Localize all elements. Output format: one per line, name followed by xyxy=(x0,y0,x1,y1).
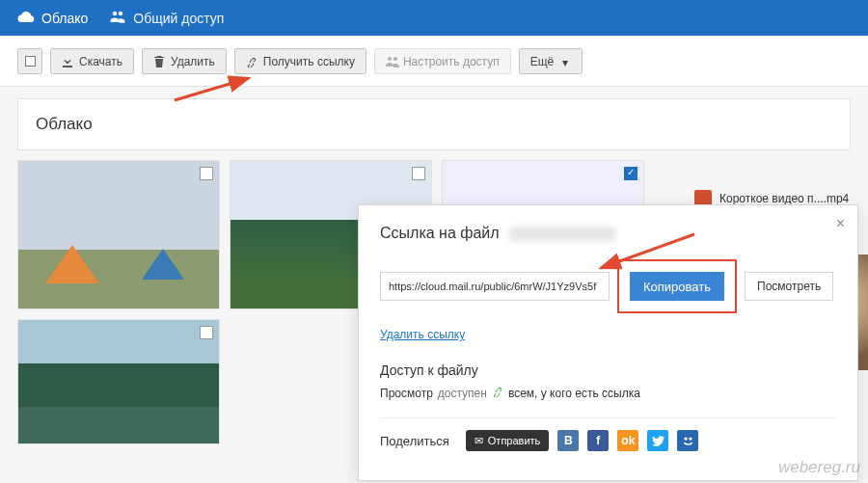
header-bar: Облако Общий доступ xyxy=(0,0,868,36)
view-button[interactable]: Посмотреть xyxy=(745,272,833,301)
delete-button[interactable]: Удалить xyxy=(142,48,227,74)
download-label: Скачать xyxy=(79,55,122,68)
popup-title-text: Ссылка на файл xyxy=(380,225,500,241)
access-title: Доступ к файлу xyxy=(380,362,836,378)
chevron-down-icon: ▾ xyxy=(559,56,571,67)
share-facebook-button[interactable]: f xyxy=(587,430,609,451)
link-icon xyxy=(246,56,258,67)
delete-label: Удалить xyxy=(171,55,215,68)
configure-access-label: Настроить доступ xyxy=(403,55,500,68)
checkbox-icon xyxy=(25,56,36,67)
thumbnail-checkbox[interactable] xyxy=(200,167,213,180)
share-moimir-button[interactable] xyxy=(677,430,698,451)
access-everyone: всем, у кого есть ссылка xyxy=(508,387,640,400)
access-available: доступен xyxy=(438,387,487,400)
tab-shared-label: Общий доступ xyxy=(133,11,224,26)
highlight-box: Копировать xyxy=(617,259,737,313)
tab-cloud-label: Облако xyxy=(41,11,88,26)
get-link-label: Получить ссылку xyxy=(263,55,355,68)
svg-point-0 xyxy=(684,437,687,440)
send-label: Отправить xyxy=(488,435,541,446)
send-email-button[interactable]: ✉ Отправить xyxy=(466,430,550,451)
share-row: Поделиться ✉ Отправить B f ok xyxy=(380,417,836,451)
people-small-icon xyxy=(386,56,397,67)
share-label: Поделиться xyxy=(380,434,449,448)
share-link-popup: × Ссылка на файл Копировать Посмотреть У… xyxy=(358,204,858,481)
configure-access-button[interactable]: Настроить доступ xyxy=(374,48,511,74)
svg-point-1 xyxy=(689,437,692,440)
close-icon[interactable]: × xyxy=(836,215,845,232)
thumbnail[interactable] xyxy=(17,160,220,309)
link-row: Копировать Посмотреть xyxy=(380,259,836,313)
tab-shared[interactable]: Общий доступ xyxy=(109,10,224,26)
filename-blurred xyxy=(509,227,615,241)
share-vk-button[interactable]: B xyxy=(557,430,579,451)
copy-button[interactable]: Копировать xyxy=(630,272,724,301)
more-button[interactable]: Ещё ▾ xyxy=(519,48,583,74)
link-green-icon xyxy=(492,386,503,400)
download-button[interactable]: Скачать xyxy=(50,48,134,74)
envelope-icon: ✉ xyxy=(475,435,483,447)
tab-cloud[interactable]: Облако xyxy=(17,10,88,26)
download-icon xyxy=(62,56,73,67)
access-mode: Просмотр xyxy=(380,387,433,400)
more-label: Ещё xyxy=(530,55,555,68)
cloud-icon xyxy=(17,10,35,26)
thumbnail-checkbox[interactable] xyxy=(412,167,425,180)
file-name: Короткое видео п....mp4 xyxy=(719,192,849,205)
thumbnail-checkbox[interactable] xyxy=(200,326,213,339)
watermark: webereg.ru xyxy=(778,458,860,477)
toolbar: Скачать Удалить Получить ссылку Настроит… xyxy=(0,36,868,87)
popup-title: Ссылка на файл xyxy=(380,225,836,242)
trash-icon xyxy=(153,56,165,67)
share-ok-button[interactable]: ok xyxy=(617,430,638,451)
share-link-input[interactable] xyxy=(380,272,610,301)
page-title: Облако xyxy=(17,98,851,150)
people-icon xyxy=(109,10,126,26)
delete-link[interactable]: Удалить ссылку xyxy=(380,328,465,341)
access-line: Просмотр доступен всем, у кого есть ссыл… xyxy=(380,386,836,400)
share-twitter-button[interactable] xyxy=(647,430,668,451)
get-link-button[interactable]: Получить ссылку xyxy=(234,48,366,74)
select-all-checkbox[interactable] xyxy=(17,48,42,74)
thumbnail-checkbox[interactable] xyxy=(624,167,637,180)
thumbnail[interactable] xyxy=(17,319,220,444)
